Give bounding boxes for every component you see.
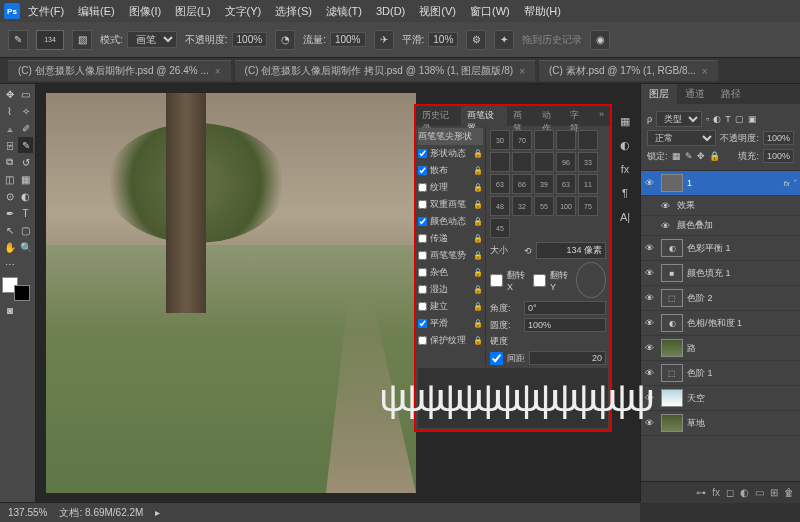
blend-mode-select[interactable]: 画笔 [127, 31, 177, 48]
pen-tool[interactable]: ✒ [2, 205, 17, 221]
brush-thumb-12[interactable]: 39 [534, 174, 554, 194]
type-tool[interactable]: T [18, 205, 33, 221]
menu-type[interactable]: 文字(Y) [219, 2, 268, 21]
zoom-tool[interactable]: 🔍 [18, 239, 33, 255]
close-icon[interactable]: × [702, 66, 708, 77]
zoom-level[interactable]: 137.55% [8, 507, 47, 518]
wand-tool[interactable]: ✧ [18, 103, 33, 119]
blend-mode-select[interactable]: 正常 [647, 130, 716, 146]
brush-thumb-15[interactable]: 48 [490, 196, 510, 216]
styles-icon[interactable]: fx [616, 160, 634, 178]
lock-all-icon[interactable]: 🔒 [709, 151, 720, 161]
brush-option-checkbox[interactable] [418, 302, 427, 311]
brush-option-5[interactable]: 传递🔒 [418, 230, 483, 247]
blur-tool[interactable]: ⊙ [2, 188, 17, 204]
brush-thumb-8[interactable]: 96 [556, 152, 576, 172]
new-group-icon[interactable]: ▭ [755, 487, 764, 498]
brush-option-6[interactable]: 画笔笔势🔒 [418, 247, 483, 264]
glyphs-icon[interactable]: A| [616, 208, 634, 226]
gradient-tool[interactable]: ▦ [18, 171, 33, 187]
paragraph-icon[interactable]: ¶ [616, 184, 634, 202]
menu-image[interactable]: 图像(I) [123, 2, 167, 21]
brush-panel-toggle-icon[interactable]: ▧ [72, 30, 92, 50]
brush-option-checkbox[interactable] [418, 319, 427, 328]
brush-option-checkbox[interactable] [418, 217, 427, 226]
tab-layers[interactable]: 图层 [641, 84, 677, 104]
visibility-icon[interactable]: 👁 [645, 293, 657, 303]
brush-thumb-16[interactable]: 32 [512, 196, 532, 216]
layer-row-2[interactable]: 👁颜色叠加 [641, 216, 800, 236]
doc-tab-1[interactable]: (C) 创意摄影人像后期制作 拷贝.psd @ 138% (1, 图层颜版/8)… [235, 60, 535, 81]
brush-option-8[interactable]: 湿边🔒 [418, 281, 483, 298]
new-layer-icon[interactable]: ⊞ [770, 487, 778, 498]
brush-option-checkbox[interactable] [418, 285, 427, 294]
fill-value[interactable]: 100% [763, 149, 794, 163]
path-tool[interactable]: ↖ [2, 222, 17, 238]
flip-y-checkbox[interactable] [533, 274, 546, 287]
menu-edit[interactable]: 编辑(E) [72, 2, 121, 21]
visibility-icon[interactable]: 👁 [645, 318, 657, 328]
visibility-icon[interactable]: 👁 [661, 221, 673, 231]
visibility-icon[interactable]: 👁 [645, 418, 657, 428]
link-layers-icon[interactable]: ⊶ [696, 487, 706, 498]
crop-tool[interactable]: ⟁ [2, 120, 17, 136]
brush-option-checkbox[interactable] [418, 234, 427, 243]
move-tool[interactable]: ✥ [2, 86, 17, 102]
edit-toolbar[interactable]: ⋯ [2, 256, 18, 272]
tab-brush-settings[interactable]: 画笔设置 [461, 106, 506, 126]
background-color[interactable] [14, 285, 30, 301]
brush-thumb-1[interactable]: 70 [512, 130, 532, 150]
panel-menu-icon[interactable]: » [593, 106, 610, 126]
adjustment-layer-icon[interactable]: ◐ [740, 487, 749, 498]
lock-pos-icon[interactable]: ✥ [697, 151, 705, 161]
delete-layer-icon[interactable]: 🗑 [784, 487, 794, 498]
hand-tool[interactable]: ✋ [2, 239, 17, 255]
layer-mask-icon[interactable]: ◻ [726, 487, 734, 498]
opacity-value[interactable]: 100% [232, 32, 268, 47]
layer-row-5[interactable]: 👁⬚色阶 2 [641, 286, 800, 311]
angle-dial[interactable] [576, 262, 606, 298]
brush-option-0[interactable]: 形状动态🔒 [418, 145, 483, 162]
swatches-icon[interactable]: ▦ [616, 112, 634, 130]
brush-option-checkbox[interactable] [418, 200, 427, 209]
close-icon[interactable]: × [519, 66, 525, 77]
doc-tab-0[interactable]: (C) 创意摄影人像后期制作.psd @ 26.4% ...× [8, 60, 231, 81]
brush-thumb-11[interactable]: 66 [512, 174, 532, 194]
brush-thumb-0[interactable]: 30 [490, 130, 510, 150]
menu-layer[interactable]: 图层(L) [169, 2, 216, 21]
tab-channels[interactable]: 通道 [677, 84, 713, 104]
brush-option-10[interactable]: 平滑🔒 [418, 315, 483, 332]
brush-preset-picker[interactable]: 134 [36, 30, 64, 50]
tab-actions[interactable]: 动作 [536, 106, 565, 126]
layer-row-3[interactable]: 👁◐色彩平衡 1 [641, 236, 800, 261]
layer-row-10[interactable]: 👁草地 [641, 411, 800, 436]
airbrush-icon[interactable]: ✈ [374, 30, 394, 50]
visibility-icon[interactable]: 👁 [645, 243, 657, 253]
smoothing-options-icon[interactable]: ⚙ [466, 30, 486, 50]
lock-trans-icon[interactable]: ▦ [672, 151, 681, 161]
brush-thumb-3[interactable] [556, 130, 576, 150]
layer-row-1[interactable]: 👁效果 [641, 196, 800, 216]
brush-thumb-5[interactable] [490, 152, 510, 172]
brush-option-checkbox[interactable] [418, 268, 427, 277]
lock-paint-icon[interactable]: ✎ [685, 151, 693, 161]
marquee-tool[interactable]: ▭ [18, 86, 33, 102]
brush-thumb-13[interactable]: 63 [556, 174, 576, 194]
adjustments-icon[interactable]: ◐ [616, 136, 634, 154]
menu-3d[interactable]: 3D(D) [370, 3, 411, 19]
smooth-value[interactable]: 10% [428, 32, 458, 47]
layer-row-9[interactable]: 👁天空 [641, 386, 800, 411]
quickmask-tool[interactable]: ◙ [2, 302, 18, 318]
eyedropper-tool[interactable]: ✐ [18, 120, 33, 136]
tab-history[interactable]: 历史记录 [416, 106, 461, 126]
close-icon[interactable]: × [215, 66, 221, 77]
menu-help[interactable]: 帮助(H) [518, 2, 567, 21]
canvas[interactable] [46, 93, 416, 493]
brush-thumb-2[interactable] [534, 130, 554, 150]
kind-filter-select[interactable]: 类型 [656, 111, 702, 127]
layer-row-0[interactable]: 👁1fx ˅ [641, 171, 800, 196]
spacing-checkbox[interactable] [490, 352, 503, 365]
brush-thumb-10[interactable]: 63 [490, 174, 510, 194]
brush-thumb-20[interactable]: 45 [490, 218, 510, 238]
filter-type-icon[interactable]: T [725, 114, 731, 124]
